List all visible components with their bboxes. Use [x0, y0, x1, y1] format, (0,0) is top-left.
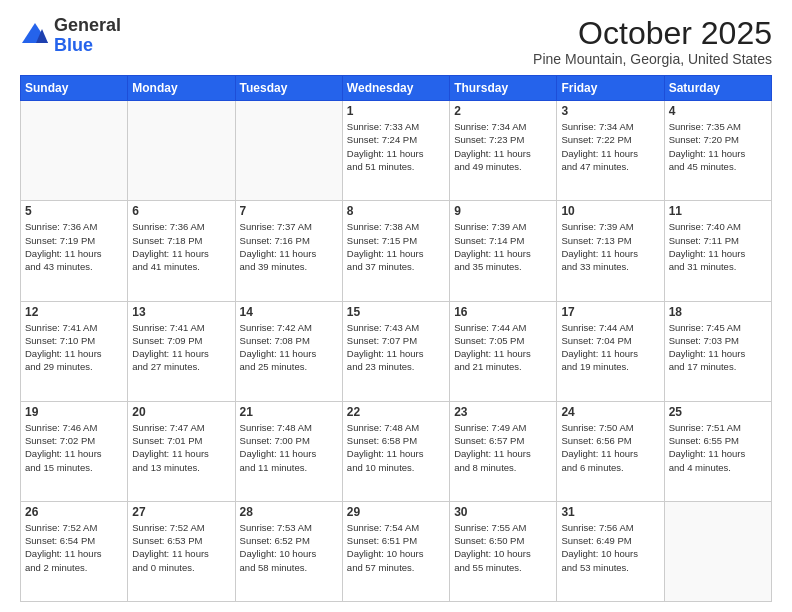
- calendar-week-row: 1Sunrise: 7:33 AM Sunset: 7:24 PM Daylig…: [21, 101, 772, 201]
- day-info: Sunrise: 7:44 AM Sunset: 7:05 PM Dayligh…: [454, 321, 552, 374]
- day-info: Sunrise: 7:33 AM Sunset: 7:24 PM Dayligh…: [347, 120, 445, 173]
- day-number: 19: [25, 405, 123, 419]
- weekday-header-monday: Monday: [128, 76, 235, 101]
- day-number: 26: [25, 505, 123, 519]
- calendar-cell: [21, 101, 128, 201]
- calendar-cell: 20Sunrise: 7:47 AM Sunset: 7:01 PM Dayli…: [128, 401, 235, 501]
- day-number: 11: [669, 204, 767, 218]
- calendar-cell: 30Sunrise: 7:55 AM Sunset: 6:50 PM Dayli…: [450, 501, 557, 601]
- calendar-cell: 14Sunrise: 7:42 AM Sunset: 7:08 PM Dayli…: [235, 301, 342, 401]
- day-info: Sunrise: 7:35 AM Sunset: 7:20 PM Dayligh…: [669, 120, 767, 173]
- day-info: Sunrise: 7:38 AM Sunset: 7:15 PM Dayligh…: [347, 220, 445, 273]
- calendar-cell: 2Sunrise: 7:34 AM Sunset: 7:23 PM Daylig…: [450, 101, 557, 201]
- location: Pine Mountain, Georgia, United States: [533, 51, 772, 67]
- day-info: Sunrise: 7:43 AM Sunset: 7:07 PM Dayligh…: [347, 321, 445, 374]
- day-number: 6: [132, 204, 230, 218]
- title-section: October 2025 Pine Mountain, Georgia, Uni…: [533, 16, 772, 67]
- day-number: 22: [347, 405, 445, 419]
- calendar-cell: 12Sunrise: 7:41 AM Sunset: 7:10 PM Dayli…: [21, 301, 128, 401]
- day-info: Sunrise: 7:36 AM Sunset: 7:18 PM Dayligh…: [132, 220, 230, 273]
- logo-text: General Blue: [54, 16, 121, 56]
- day-number: 27: [132, 505, 230, 519]
- day-number: 8: [347, 204, 445, 218]
- day-number: 13: [132, 305, 230, 319]
- weekday-header-wednesday: Wednesday: [342, 76, 449, 101]
- day-info: Sunrise: 7:42 AM Sunset: 7:08 PM Dayligh…: [240, 321, 338, 374]
- day-number: 25: [669, 405, 767, 419]
- day-info: Sunrise: 7:52 AM Sunset: 6:53 PM Dayligh…: [132, 521, 230, 574]
- day-info: Sunrise: 7:55 AM Sunset: 6:50 PM Dayligh…: [454, 521, 552, 574]
- calendar-cell: 6Sunrise: 7:36 AM Sunset: 7:18 PM Daylig…: [128, 201, 235, 301]
- calendar-cell: [128, 101, 235, 201]
- calendar-cell: 26Sunrise: 7:52 AM Sunset: 6:54 PM Dayli…: [21, 501, 128, 601]
- calendar-cell: 9Sunrise: 7:39 AM Sunset: 7:14 PM Daylig…: [450, 201, 557, 301]
- calendar-cell: 28Sunrise: 7:53 AM Sunset: 6:52 PM Dayli…: [235, 501, 342, 601]
- calendar-cell: 11Sunrise: 7:40 AM Sunset: 7:11 PM Dayli…: [664, 201, 771, 301]
- day-info: Sunrise: 7:48 AM Sunset: 6:58 PM Dayligh…: [347, 421, 445, 474]
- calendar-week-row: 5Sunrise: 7:36 AM Sunset: 7:19 PM Daylig…: [21, 201, 772, 301]
- calendar-week-row: 12Sunrise: 7:41 AM Sunset: 7:10 PM Dayli…: [21, 301, 772, 401]
- day-number: 3: [561, 104, 659, 118]
- calendar-cell: 3Sunrise: 7:34 AM Sunset: 7:22 PM Daylig…: [557, 101, 664, 201]
- calendar-cell: 1Sunrise: 7:33 AM Sunset: 7:24 PM Daylig…: [342, 101, 449, 201]
- day-info: Sunrise: 7:53 AM Sunset: 6:52 PM Dayligh…: [240, 521, 338, 574]
- day-number: 28: [240, 505, 338, 519]
- day-number: 9: [454, 204, 552, 218]
- day-info: Sunrise: 7:41 AM Sunset: 7:09 PM Dayligh…: [132, 321, 230, 374]
- calendar-cell: 10Sunrise: 7:39 AM Sunset: 7:13 PM Dayli…: [557, 201, 664, 301]
- calendar-table: SundayMondayTuesdayWednesdayThursdayFrid…: [20, 75, 772, 602]
- weekday-header-friday: Friday: [557, 76, 664, 101]
- day-info: Sunrise: 7:34 AM Sunset: 7:23 PM Dayligh…: [454, 120, 552, 173]
- day-info: Sunrise: 7:41 AM Sunset: 7:10 PM Dayligh…: [25, 321, 123, 374]
- day-info: Sunrise: 7:48 AM Sunset: 7:00 PM Dayligh…: [240, 421, 338, 474]
- calendar-cell: 27Sunrise: 7:52 AM Sunset: 6:53 PM Dayli…: [128, 501, 235, 601]
- day-number: 18: [669, 305, 767, 319]
- calendar-cell: [235, 101, 342, 201]
- day-info: Sunrise: 7:40 AM Sunset: 7:11 PM Dayligh…: [669, 220, 767, 273]
- day-number: 29: [347, 505, 445, 519]
- day-number: 12: [25, 305, 123, 319]
- logo-icon: [20, 21, 50, 51]
- weekday-header-tuesday: Tuesday: [235, 76, 342, 101]
- calendar-week-row: 19Sunrise: 7:46 AM Sunset: 7:02 PM Dayli…: [21, 401, 772, 501]
- calendar-cell: 21Sunrise: 7:48 AM Sunset: 7:00 PM Dayli…: [235, 401, 342, 501]
- calendar-cell: 18Sunrise: 7:45 AM Sunset: 7:03 PM Dayli…: [664, 301, 771, 401]
- header: General Blue October 2025 Pine Mountain,…: [20, 16, 772, 67]
- calendar-cell: 7Sunrise: 7:37 AM Sunset: 7:16 PM Daylig…: [235, 201, 342, 301]
- day-number: 5: [25, 204, 123, 218]
- month-title: October 2025: [533, 16, 772, 51]
- day-number: 14: [240, 305, 338, 319]
- logo-blue-text: Blue: [54, 35, 93, 55]
- day-number: 4: [669, 104, 767, 118]
- page: General Blue October 2025 Pine Mountain,…: [0, 0, 792, 612]
- calendar-cell: 15Sunrise: 7:43 AM Sunset: 7:07 PM Dayli…: [342, 301, 449, 401]
- weekday-header-sunday: Sunday: [21, 76, 128, 101]
- calendar-cell: 17Sunrise: 7:44 AM Sunset: 7:04 PM Dayli…: [557, 301, 664, 401]
- day-number: 31: [561, 505, 659, 519]
- calendar-cell: 19Sunrise: 7:46 AM Sunset: 7:02 PM Dayli…: [21, 401, 128, 501]
- calendar-cell: 4Sunrise: 7:35 AM Sunset: 7:20 PM Daylig…: [664, 101, 771, 201]
- weekday-header-saturday: Saturday: [664, 76, 771, 101]
- calendar-cell: 5Sunrise: 7:36 AM Sunset: 7:19 PM Daylig…: [21, 201, 128, 301]
- day-number: 2: [454, 104, 552, 118]
- weekday-header-row: SundayMondayTuesdayWednesdayThursdayFrid…: [21, 76, 772, 101]
- day-info: Sunrise: 7:39 AM Sunset: 7:14 PM Dayligh…: [454, 220, 552, 273]
- weekday-header-thursday: Thursday: [450, 76, 557, 101]
- calendar-week-row: 26Sunrise: 7:52 AM Sunset: 6:54 PM Dayli…: [21, 501, 772, 601]
- day-info: Sunrise: 7:36 AM Sunset: 7:19 PM Dayligh…: [25, 220, 123, 273]
- calendar-cell: 13Sunrise: 7:41 AM Sunset: 7:09 PM Dayli…: [128, 301, 235, 401]
- day-number: 24: [561, 405, 659, 419]
- day-info: Sunrise: 7:39 AM Sunset: 7:13 PM Dayligh…: [561, 220, 659, 273]
- day-info: Sunrise: 7:44 AM Sunset: 7:04 PM Dayligh…: [561, 321, 659, 374]
- day-info: Sunrise: 7:45 AM Sunset: 7:03 PM Dayligh…: [669, 321, 767, 374]
- calendar-cell: 24Sunrise: 7:50 AM Sunset: 6:56 PM Dayli…: [557, 401, 664, 501]
- day-info: Sunrise: 7:47 AM Sunset: 7:01 PM Dayligh…: [132, 421, 230, 474]
- day-info: Sunrise: 7:56 AM Sunset: 6:49 PM Dayligh…: [561, 521, 659, 574]
- day-number: 7: [240, 204, 338, 218]
- day-info: Sunrise: 7:37 AM Sunset: 7:16 PM Dayligh…: [240, 220, 338, 273]
- logo: General Blue: [20, 16, 121, 56]
- day-info: Sunrise: 7:46 AM Sunset: 7:02 PM Dayligh…: [25, 421, 123, 474]
- day-number: 1: [347, 104, 445, 118]
- logo-general-text: General: [54, 15, 121, 35]
- day-number: 21: [240, 405, 338, 419]
